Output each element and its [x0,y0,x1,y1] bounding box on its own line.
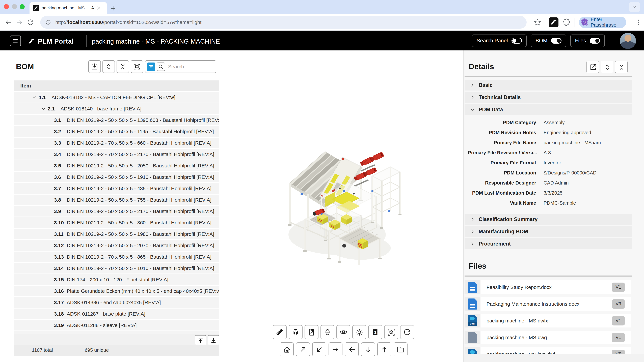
bom-expand-all-button[interactable] [102,60,115,73]
viewer-nav-button[interactable] [296,343,310,356]
chevron-down-icon [631,4,638,10]
bom-collapse-all-button[interactable] [116,60,129,73]
bom-tree-row[interactable]: 3.3 DIN EN 10219-2 - 70 x 50 x 5 - 660 -… [14,138,219,148]
viewer-nav-button[interactable] [345,343,359,356]
user-avatar[interactable] [620,33,636,49]
chevron-right-icon [469,82,476,88]
bom-tree-row[interactable]: 3.18 ADSK-011287 - base plate [REV:A] [14,309,219,319]
file-row[interactable]: Packaging Maintenance Instructions.docx … [464,297,631,311]
chevron-down-icon[interactable] [40,105,47,112]
browser-tab[interactable]: packing machine - MS - PACK [30,2,107,14]
viewer-tool-button[interactable] [304,325,318,339]
bom-tree-row[interactable]: 3.9 DIN EN 10219-2 - 50 x 50 x 5 - 2170 … [14,206,219,217]
new-tab-button[interactable] [110,5,116,12]
file-version-badge: V1 [612,333,625,342]
tab-search-button[interactable] [629,2,640,12]
bookmark-star-icon[interactable] [533,18,542,26]
accordion-section[interactable]: Classification Summary [464,214,632,225]
bom-tree-row[interactable]: 3.17 ADSK-014386 - end cap 60x40x5 [REV:… [14,297,219,308]
details-open-external-button[interactable] [586,61,599,73]
viewer-nav-button[interactable] [377,343,391,356]
forward-icon[interactable] [16,18,24,26]
accordion-section[interactable]: Technical Details [464,92,632,103]
bom-tree-row[interactable]: 3.16 Platte Gerundete Ecken (mm) 40 x 40… [14,286,219,296]
toggle-switch-icon[interactable] [551,38,562,43]
address-bar[interactable]: http://localhost:8080/portal?dmsid=15202… [40,16,526,29]
bom-tree-row[interactable]: 3.2 DIN EN 10219-2 - 50 x 50 x 5 - 1145 … [14,126,219,137]
minimize-window-button[interactable] [12,4,17,9]
toggle-switch-icon[interactable] [512,38,522,43]
files-scrollbar[interactable] [464,276,632,277]
accordion-section[interactable]: Procurement [464,238,632,249]
bom-tree-row[interactable]: 3.7 DIN EN 10219-2 - 50 x 50 x 5 - 435 -… [14,183,219,194]
accordion-section[interactable]: Manufacturing BOM [464,226,632,237]
bom-tree-row[interactable]: 3.19 ADSK-011288 - sleeve [REV:A] [14,320,219,331]
viewer-nav-button[interactable] [312,343,326,356]
file-row[interactable]: packing machine - MS.dwg V1 [464,331,631,344]
close-tab-icon[interactable] [96,5,102,11]
bom-tree-row[interactable]: 1.1 ADSK-018182 - MS - CARTON FEEDING CP… [14,92,219,103]
bom-tree-row[interactable]: 3.1 DIN EN 10219-2 - 50 x 50 x 5 - 1395,… [14,115,219,125]
bom-footer-bar [14,334,219,345]
browser-menu-icon[interactable] [634,18,642,26]
bom-tree-row[interactable]: 3.5 DIN EN 10219-2 - 50 x 50 x 5 - 2050 … [14,160,219,171]
autodesk-extension-icon[interactable] [549,17,558,27]
viewer-tool-button[interactable] [320,325,334,339]
zoom-window-button[interactable] [20,4,25,9]
viewer-3d-canvas[interactable]: 1 [220,50,464,362]
viewer-nav-button[interactable] [328,343,342,356]
bom-tree-row[interactable]: 3.14 DIN EN 10219-2 - 70 x 50 x 5 - 1010… [14,263,219,274]
accordion-section[interactable]: PDM Data [464,104,632,115]
bom-item-number: 3.9 [54,209,67,214]
file-row[interactable]: Feasibility Study Report.docx V1 [464,280,631,294]
viewer-tool-button[interactable] [384,325,398,339]
panel-toggle-button[interactable]: Search Panel [472,34,526,47]
viewer-tool-button[interactable] [273,325,286,339]
chevron-down-icon[interactable] [31,94,38,101]
pdm-field-label: Vault Name [468,200,536,206]
bom-filter-button[interactable] [147,62,155,71]
toggle-switch-icon[interactable] [590,38,600,43]
viewer-tool-button[interactable]: 1 [368,325,382,339]
viewer-nav-button[interactable] [361,343,375,356]
extensions-puzzle-icon[interactable] [562,18,570,26]
site-info-icon[interactable] [44,19,52,26]
bom-tree-row[interactable]: 3.4 DIN EN 10219-2 - 70 x 50 x 5 - 2170 … [14,149,219,160]
panel-toggle-button[interactable]: Files [570,34,605,47]
file-row[interactable]: packing machine - MS.dwfx V1 [464,314,631,328]
back-icon[interactable] [4,18,12,26]
scroll-to-bottom-button[interactable] [208,335,219,346]
scroll-to-top-button[interactable] [195,335,206,346]
details-expand-all-button[interactable] [601,61,613,73]
bom-fit-panel-button[interactable] [131,60,143,73]
file-row[interactable]: packing machine - MS.iam.dwf V5 [464,348,631,354]
view-preset-1-icon: 1 [371,328,380,337]
viewer-nav-button[interactable] [280,343,294,356]
viewer-tool-button[interactable] [336,325,350,339]
details-scrollbar[interactable] [464,76,632,77]
panel-toggle-button[interactable]: BOM [531,34,566,47]
close-window-button[interactable] [4,4,9,9]
main-menu-button[interactable] [10,35,21,46]
bom-tree-row[interactable]: 3.11 DIN EN 10219-2 - 50 x 50 x 5 - 1980… [14,229,219,239]
details-collapse-all-button[interactable] [615,61,628,73]
bom-export-button[interactable] [88,60,101,73]
bom-tree-row[interactable]: 3.8 DIN EN 10219-2 - 50 x 50 x 5 - 755 -… [14,195,219,205]
chevron-right-icon [469,241,476,247]
bom-tree-row[interactable]: 3.10 DIN EN 10219-2 - 50 x 50 x 5 - 360 … [14,217,219,228]
bom-search-input[interactable] [168,64,210,69]
viewer-tool-button[interactable] [289,325,302,339]
reload-icon[interactable] [26,18,34,26]
bom-search-button[interactable] [157,62,165,71]
bom-tree-row[interactable]: 2.1 ADSK-018140 - base frame [REV:A] [14,103,219,114]
viewer-tool-button[interactable] [352,325,366,339]
viewer-tool-button[interactable] [400,325,414,339]
bom-tree-row[interactable]: 3.12 DIN EN 10219-2 - 50 x 50 x 5 - 2070… [14,240,219,251]
viewer-nav-button[interactable] [394,343,408,356]
enter-passphrase-button[interactable]: S Enter Passphrase [579,16,626,28]
bom-tree-row[interactable]: 3.20 ADSK-011471 - ... [REV:A] [14,331,219,334]
bom-tree-row[interactable]: 3.13 DIN EN 10219-2 - 70 x 50 x 5 - 865 … [14,252,219,262]
bom-tree-row[interactable]: 3.15 DIN 174 - 200 x 10 - 120 - Flachsta… [14,274,219,285]
bom-tree-row[interactable]: 3.6 DIN EN 10219-2 - 50 x 50 x 5 - 1910 … [14,172,219,182]
accordion-section[interactable]: Basic [464,80,632,90]
